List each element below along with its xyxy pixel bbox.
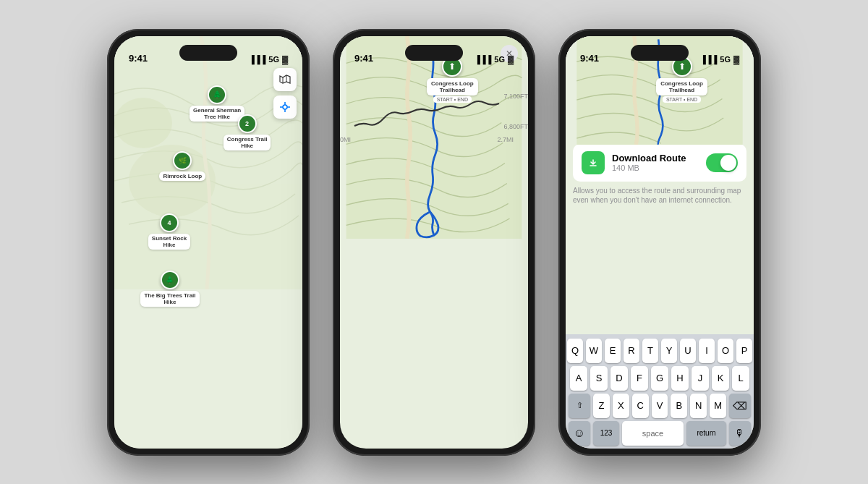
download-toggle[interactable] (706, 153, 738, 172)
trail-pin-sublabel-3: START • END (663, 96, 701, 103)
svg-point-3 (283, 105, 287, 109)
elev-end: 2.7MI (497, 136, 514, 143)
key-E[interactable]: E (605, 339, 621, 363)
phone-3-screen: 9:41 ▐▐▐ 5G ▓ (566, 36, 754, 449)
download-section: Download Route 140 MB (573, 144, 746, 182)
toggle-knob (720, 155, 736, 171)
keyboard-row-4: ☺ 123 space return 🎙 (569, 421, 751, 446)
battery-icon-2: ▓ (508, 55, 514, 64)
phone-2-screen: 9:41 ▐▐▐ 5G ▓ (340, 36, 528, 449)
keyboard: Q W E R T Y U I O P A S (566, 334, 754, 449)
map-type-button[interactable] (273, 68, 297, 91)
dynamic-island-1 (179, 45, 237, 61)
download-title: Download Route (612, 153, 699, 164)
elevation-chart: 7,100FT 6,800FT 0MI 2.7MI (340, 93, 528, 143)
pin-sunset-rock[interactable]: 4 Sunset RockHike (148, 213, 190, 250)
keyboard-row-1: Q W E R T Y U I O P (569, 339, 751, 363)
key-X[interactable]: X (613, 394, 629, 418)
space-key[interactable]: space (622, 421, 684, 446)
network-1: 5G (268, 55, 279, 64)
emoji-key[interactable]: ☺ (569, 421, 590, 446)
trail-pin-label-2: Congress LoopTrailhead (431, 80, 474, 93)
key-W[interactable]: W (586, 339, 602, 363)
phone-2: 9:41 ▐▐▐ 5G ▓ (333, 29, 535, 456)
location-button[interactable] (273, 95, 297, 119)
key-R[interactable]: R (624, 339, 639, 363)
shift-key[interactable]: ⇧ (569, 394, 590, 418)
status-time-3: 9:41 (580, 53, 599, 64)
elev-start: 0MI (340, 136, 351, 143)
key-D[interactable]: D (610, 366, 628, 391)
signal-icon-2: ▐▐▐ (475, 55, 491, 64)
trail-pin-label-3: Congress LoopTrailhead (660, 80, 703, 93)
keyboard-row-3: ⇧ Z X C V B N M ⌫ (569, 394, 751, 418)
key-T[interactable]: T (642, 339, 658, 363)
pin-congress-trail[interactable]: 2 Congress TrailHike (224, 114, 271, 150)
key-I[interactable]: I (699, 339, 715, 363)
status-icons-1: ▐▐▐ 5G ▓ (249, 55, 288, 64)
phones-container: 9:41 ▐▐▐ 5G ▓ (107, 29, 761, 456)
svg-point-2 (114, 98, 172, 148)
key-P[interactable]: P (736, 339, 752, 363)
signal-icon-1: ▐▐▐ (249, 55, 265, 64)
key-Z[interactable]: Z (593, 394, 610, 418)
key-N[interactable]: N (690, 394, 707, 418)
key-Y[interactable]: Y (661, 339, 677, 363)
map-background-1: 🌲 General ShermanTree Hike 2 Congress Tr… (114, 36, 302, 449)
key-V[interactable]: V (652, 394, 668, 418)
return-key[interactable]: return (686, 421, 726, 446)
dynamic-island-2 (405, 45, 463, 61)
download-note: Allows you to access the route and surro… (566, 182, 754, 209)
key-B[interactable]: B (671, 394, 687, 418)
status-time-1: 9:41 (129, 53, 148, 64)
key-Q[interactable]: Q (567, 339, 583, 363)
key-J[interactable]: J (692, 366, 709, 391)
phone-1-screen: 9:41 ▐▐▐ 5G ▓ (114, 36, 302, 449)
pin-rimrock[interactable]: 🌿 Rimrock Loop (159, 151, 205, 181)
battery-icon-1: ▓ (282, 55, 288, 64)
key-C[interactable]: C (632, 394, 649, 418)
key-H[interactable]: H (671, 366, 689, 391)
key-L[interactable]: L (732, 366, 749, 391)
status-icons-2: ▐▐▐ 5G ▓ (475, 55, 514, 64)
keyboard-row-2: A S D F G H J K L (569, 366, 751, 391)
key-A[interactable]: A (570, 366, 587, 391)
phone-3: 9:41 ▐▐▐ 5G ▓ (558, 29, 761, 456)
dynamic-island-3 (631, 45, 689, 61)
phone-1: 9:41 ▐▐▐ 5G ▓ (107, 29, 310, 456)
key-F[interactable]: F (631, 366, 648, 391)
key-K[interactable]: K (712, 366, 729, 391)
download-info: Download Route 140 MB (612, 153, 699, 172)
status-time-2: 9:41 (354, 53, 373, 64)
delete-key[interactable]: ⌫ (729, 394, 751, 418)
key-G[interactable]: G (651, 366, 668, 391)
download-icon (582, 151, 605, 174)
key-M[interactable]: M (710, 394, 726, 418)
mic-key[interactable]: 🎙 (729, 421, 751, 446)
key-S[interactable]: S (590, 366, 608, 391)
numbers-key[interactable]: 123 (593, 421, 619, 446)
signal-icon-3: ▐▐▐ (700, 55, 717, 64)
download-size: 140 MB (612, 164, 699, 172)
key-O[interactable]: O (718, 339, 733, 363)
network-2: 5G (494, 55, 505, 64)
network-3: 5G (720, 55, 731, 64)
battery-icon-3: ▓ (733, 55, 739, 64)
key-U[interactable]: U (680, 339, 696, 363)
status-icons-3: ▐▐▐ 5G ▓ (700, 55, 739, 64)
pin-big-trees[interactable]: 🌲 The Big Trees TrailHike (140, 271, 199, 307)
